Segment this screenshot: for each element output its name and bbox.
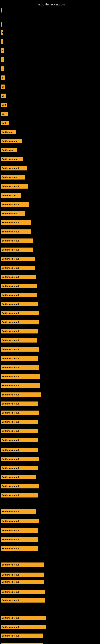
bar-item: Bottleneck result [1, 248, 33, 252]
bar-label: Bottleneck result [1, 617, 19, 619]
bar: Bottleneck result [1, 429, 38, 433]
bar [1, 22, 2, 26]
bar-item: Bottleneck result [1, 184, 28, 188]
bar-label: B [1, 76, 3, 79]
bar: Bottleneck result [1, 466, 38, 470]
bar-item: Bottleneck result [1, 329, 38, 334]
bar-label: Bottleneck result [1, 580, 19, 583]
bar-label: Bottleneck result [1, 303, 19, 305]
bar-label: Bottleneck result [1, 222, 19, 224]
bar: Bo [1, 84, 5, 89]
bar: Bottleneck result [1, 475, 36, 480]
bar-label: Bottleneck result [1, 330, 19, 332]
bar-label: Bottleneck result [1, 449, 19, 451]
bar-label: Bot [1, 113, 5, 115]
bar-item: Bottleneck result [1, 384, 40, 388]
bar: Bottleneck result [1, 616, 46, 620]
bar: Bottleneck result [1, 580, 44, 584]
bar-label: Bottleneck result [1, 548, 19, 550]
bar-item: Bottleneck result [1, 266, 35, 270]
bar-item: Bottleneck result [1, 448, 38, 452]
bar: E [1, 66, 4, 71]
bar-item: Bottleneck result [1, 275, 36, 279]
bar-label: Bottleneck resu [1, 158, 18, 160]
bar-label: Bottleneck result [1, 412, 19, 414]
bar-item: Bottleneck result [1, 546, 38, 551]
bar-item: B [1, 76, 4, 80]
bar-item: Bottleneck result [1, 493, 38, 498]
bar-item: Bottleneck result [1, 374, 40, 379]
bar-label: Bottleneck result [1, 384, 19, 387]
bar-label: Botttlenec [1, 131, 12, 133]
bar-item: Bottleneck result [1, 402, 38, 406]
bar: Bottleneck result [1, 402, 38, 406]
bar: Bottleneck result [1, 320, 39, 324]
bar: Bottleneck resu [1, 211, 25, 216]
bar: Bottleneck [1, 148, 17, 152]
bar-label: E [1, 68, 3, 70]
bar-item: Bottleneck result [1, 457, 39, 461]
bar: Bottleneck result [1, 284, 37, 288]
bar-item: Bottleneck re [1, 193, 21, 198]
bar-item [1, 8, 2, 12]
bar-label: Bo [1, 94, 4, 97]
bar-item: Bottleneck resu [1, 211, 25, 216]
bar: Bottleneck result [1, 202, 29, 207]
bar-label: E [1, 58, 3, 61]
bar: Bottleneck result [1, 643, 43, 644]
bar-item: Bottleneck result [1, 338, 37, 342]
bar: Bottleneck result [1, 275, 36, 279]
bar-label: Bottleneck result [1, 439, 19, 441]
bar-item: Bottleneck result [1, 410, 39, 415]
bar: Bottleneck resu [1, 175, 25, 180]
bar: Bottleneck result [1, 410, 39, 415]
bar: Bottleneck result [1, 302, 38, 306]
bar: Bottleneck result [1, 256, 35, 261]
bar: Bottleneck result [1, 347, 39, 352]
bar-item: Bottleneck result [1, 475, 36, 480]
bar: Bottleneck result [1, 438, 38, 442]
bar-item: E [1, 66, 4, 71]
bar: M [1, 39, 3, 44]
bar: Bottleneck result [1, 356, 38, 361]
bar-item: Bottleneck result [1, 580, 44, 584]
bar-item: Bottleneck result [1, 230, 31, 234]
bar: Bottleneck result [1, 374, 40, 379]
bar-label: Bottleneck result [1, 494, 19, 496]
bar-label: Bottleneck result [1, 240, 19, 242]
bar-item: B [1, 48, 4, 53]
bar-item: Bottleneck result [1, 293, 37, 297]
bar: E [1, 30, 3, 34]
bar-item: Botttlenec [1, 130, 16, 134]
bar: Bottleneck result [1, 509, 36, 514]
bar-label: Bottleneck result [1, 285, 19, 287]
bar-label: M [1, 40, 3, 43]
bar-item: Bottleneck result [1, 466, 38, 470]
bar: Bottleneck result [1, 493, 38, 498]
bar-item: Bottleneck resu [1, 175, 25, 180]
bar-label: Bottleneck result [1, 348, 19, 350]
bar-label: Bottleneck result [1, 564, 19, 566]
bar-label: Bottleneck result [1, 258, 19, 260]
bar-item: Bottleneck res [1, 139, 22, 143]
bar-item: Bo [1, 84, 5, 89]
bar-label: Bottleneck result [1, 312, 19, 314]
bar-item: Bot [1, 112, 8, 116]
bar-label: Bottleneck result [1, 357, 19, 360]
bar: Bottleneck result [1, 519, 39, 523]
bar-label: Bottleneck res [1, 140, 17, 142]
bar-item: Bottleneck result [1, 392, 41, 397]
bar-label: Bottleneck result [1, 485, 19, 488]
bar: Botttlenec [1, 130, 16, 134]
bar-item: Bottleneck result [1, 528, 38, 533]
bar-item: Bottleneck result [1, 420, 38, 424]
bar-item: Bottleneck result [1, 347, 39, 352]
bar-label: Bottleneck result [1, 339, 19, 342]
bar-item: Bottleneck result [1, 537, 38, 542]
bar-label: Bottleneck result [1, 402, 19, 405]
bar-label: Bottleneck result [1, 420, 19, 423]
bar: Bottleneck result [1, 338, 37, 342]
bar-label: Bottleneck result [1, 167, 19, 170]
bar: B [1, 76, 4, 80]
bar: Bottleneck result [1, 311, 39, 315]
